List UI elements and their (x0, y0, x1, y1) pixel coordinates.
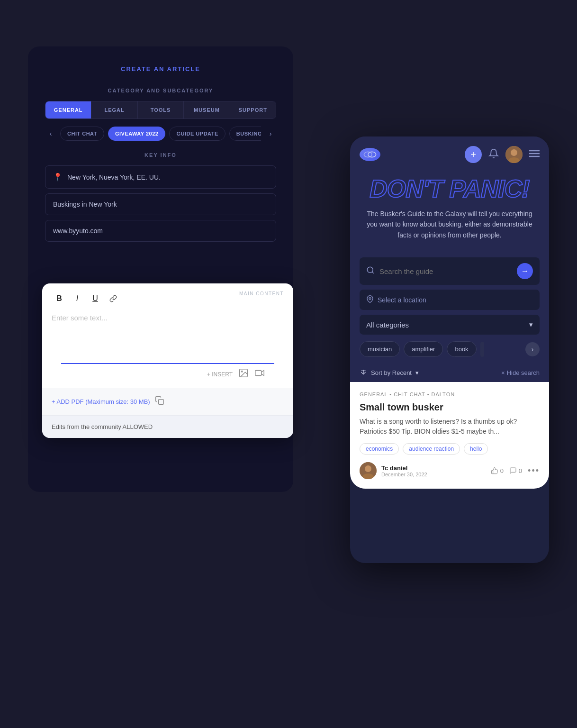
main-content-label: MAIN CONTENT (239, 291, 284, 296)
card-footer: Tc daniel December 30, 2022 0 (360, 462, 540, 479)
tag-amplifier[interactable]: amplifier (404, 341, 443, 357)
description-row[interactable]: Buskings in New York (45, 193, 276, 215)
card-tag-audience[interactable]: audience reaction (403, 443, 460, 455)
tab-support[interactable]: SUPPORT (230, 101, 276, 118)
card-tag-hello[interactable]: hello (464, 443, 488, 455)
hide-search-label: Hide search (507, 369, 540, 376)
comment-count: 0 (519, 467, 522, 474)
search-submit-button[interactable]: → (517, 263, 533, 279)
svg-point-14 (369, 298, 371, 300)
underline-button[interactable]: U (88, 291, 103, 306)
tag-partial (480, 342, 484, 357)
location-pin-icon (366, 295, 374, 304)
card-actions: 0 0 ••• (491, 466, 540, 476)
sort-label: Sort by Recent (371, 369, 412, 376)
bell-icon[interactable] (488, 148, 499, 161)
categories-dropdown[interactable]: All categories ▾ (360, 315, 540, 335)
search-input[interactable] (379, 267, 512, 275)
tab-museum[interactable]: MUSEUM (184, 101, 230, 118)
location-placeholder: Select a location (378, 296, 426, 304)
bold-button[interactable]: B (52, 291, 67, 306)
category-tabs: GENERAL LEGAL TOOLS MUSEUM SUPPORT (45, 101, 276, 119)
scene: CREATE AN ARTICLE CATEGORY AND SUBCATEGO… (28, 32, 549, 696)
close-icon: × (501, 369, 505, 376)
location-row[interactable]: 📍 New York, Nueva York, EE. UU. (45, 165, 276, 189)
subcategory-prev-button[interactable]: ‹ (45, 128, 56, 139)
more-options-button[interactable]: ••• (528, 466, 540, 476)
editor-panel: B I U MAIN CONTENT Enter some text... + … (42, 283, 293, 438)
location-select-row[interactable]: Select a location (360, 290, 540, 310)
link-button[interactable] (106, 291, 121, 306)
key-info-section: KEY INFO 📍 New York, Nueva York, EE. UU.… (45, 152, 276, 242)
add-button[interactable]: + (465, 146, 482, 163)
community-label: Edits from the community ALLOWED (52, 423, 153, 430)
insert-row: + INSERT (61, 363, 274, 388)
search-icon (366, 266, 375, 276)
description-value: Buskings in New York (53, 200, 117, 208)
sort-row: Sort by Recent ▾ × Hide search (350, 364, 549, 382)
sort-chevron-icon: ▾ (415, 369, 419, 376)
add-pdf-label: + ADD PDF (Maximum size: 30 MB) (52, 398, 150, 405)
svg-line-13 (372, 272, 373, 273)
menu-icon[interactable] (529, 150, 540, 160)
card-tag-economics[interactable]: economics (360, 443, 399, 455)
tag-musician[interactable]: musician (360, 341, 400, 357)
card-tags: economics audience reaction hello (360, 443, 540, 455)
app-header: + (350, 136, 549, 169)
subcat-busking-news[interactable]: BUSKING IN THE NEWS (229, 127, 261, 141)
tab-legal[interactable]: LEGAL (91, 101, 137, 118)
categories-value: All categories (366, 321, 409, 329)
hide-search-button[interactable]: × Hide search (501, 369, 540, 376)
key-info-label: KEY INFO (45, 152, 276, 158)
website-value: www.byyuto.com (53, 227, 103, 235)
svg-point-1 (241, 371, 243, 372)
tags-row: musician amplifier book › (360, 341, 540, 364)
insert-image-button[interactable] (238, 368, 249, 381)
card-excerpt: What is a song worth to listeners? Is a … (360, 417, 540, 437)
app-logo (360, 148, 380, 161)
card-title[interactable]: Small town busker (360, 402, 540, 413)
hero-title: DON'T PANIC! (360, 176, 540, 201)
author-date: December 30, 2022 (381, 472, 427, 477)
subcat-giveaway[interactable]: GIVEAWAY 2022 (108, 127, 166, 141)
hero-section: DON'T PANIC! The Busker's Guide to the G… (350, 169, 549, 252)
subcat-guide-update[interactable]: GUIDE UPDATE (169, 127, 225, 141)
subcat-chit-chat[interactable]: CHIT CHAT (60, 127, 104, 141)
search-section: → Select a location All categories ▾ mus… (350, 252, 549, 364)
hero-description: The Busker's Guide to the Galaxy will te… (360, 209, 540, 240)
sort-button[interactable]: Sort by Recent ▾ (360, 368, 419, 377)
italic-button[interactable]: I (70, 291, 85, 306)
editor-toolbar: B I U (52, 291, 121, 306)
author-details: Tc daniel December 30, 2022 (381, 464, 427, 477)
tab-general[interactable]: GENERAL (45, 101, 91, 118)
user-avatar[interactable] (505, 146, 523, 163)
author-avatar (360, 462, 377, 479)
svg-point-7 (511, 149, 517, 156)
category-section-label: CATEGORY AND SUBCATEGORY (45, 88, 276, 93)
tab-tools[interactable]: TOOLS (138, 101, 184, 118)
tags-next-button[interactable]: › (525, 342, 540, 356)
subcategory-row: ‹ CHIT CHAT GIVEAWAY 2022 GUIDE UPDATE B… (45, 127, 276, 141)
author-info: Tc daniel December 30, 2022 (360, 462, 427, 479)
author-name: Tc daniel (381, 464, 427, 472)
insert-video-button[interactable] (254, 368, 265, 381)
insert-label: + INSERT (207, 371, 233, 378)
like-count: 0 (500, 467, 504, 474)
chevron-down-icon: ▾ (529, 320, 533, 329)
sort-icon (360, 368, 367, 377)
comment-button[interactable]: 0 (509, 467, 522, 474)
right-panel: + (350, 136, 549, 563)
editor-text-area[interactable]: Enter some text... (42, 306, 293, 363)
copy-icon (155, 396, 164, 408)
like-button[interactable]: 0 (491, 467, 504, 474)
add-pdf-button[interactable]: + ADD PDF (Maximum size: 30 MB) (42, 388, 293, 415)
svg-point-18 (365, 465, 371, 472)
svg-rect-2 (255, 371, 261, 376)
header-actions: + (465, 146, 540, 163)
tag-book[interactable]: book (447, 341, 476, 357)
website-row[interactable]: www.byyuto.com (45, 220, 276, 242)
editor-placeholder: Enter some text... (52, 314, 108, 322)
article-card: GENERAL • CHIT CHAT • DALTON Small town … (350, 382, 549, 489)
subcategory-list: CHIT CHAT GIVEAWAY 2022 GUIDE UPDATE BUS… (60, 127, 261, 141)
subcategory-next-button[interactable]: › (265, 128, 276, 139)
